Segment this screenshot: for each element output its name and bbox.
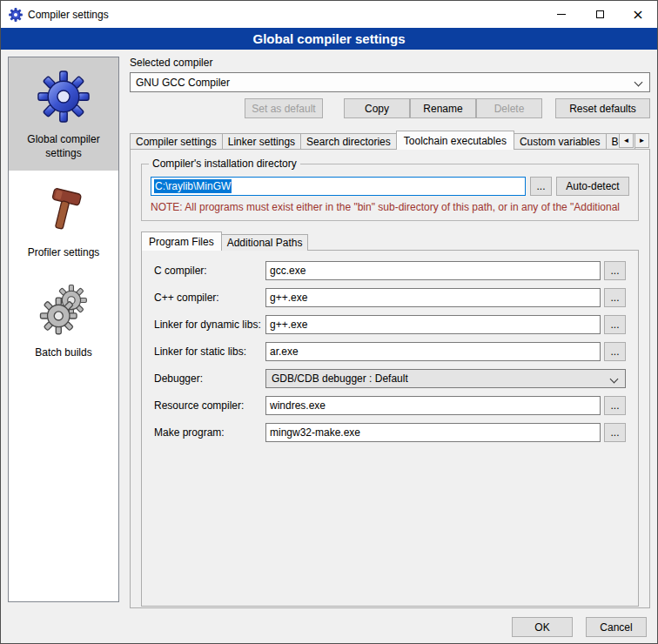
installation-directory-browse-button[interactable]: ... xyxy=(530,177,552,196)
sidebar-item-label: Global compiler settings xyxy=(12,133,115,160)
tab-linker-settings[interactable]: Linker settings xyxy=(222,133,301,150)
static-linker-row: Linker for static libs: ... xyxy=(154,342,626,361)
ok-button[interactable]: OK xyxy=(512,617,573,637)
static-linker-label: Linker for static libs: xyxy=(154,345,265,358)
tab-scroll-left-icon[interactable]: ◄ xyxy=(619,133,634,148)
dialog-footer: OK Cancel xyxy=(512,617,647,637)
dynamic-linker-browse-button[interactable]: ... xyxy=(604,315,626,334)
installation-directory-group-title: Compiler's installation directory xyxy=(149,158,300,170)
sidebar-item-label: Profiler settings xyxy=(28,246,100,260)
close-button[interactable]: × xyxy=(619,1,657,28)
auto-detect-button[interactable]: Auto-detect xyxy=(556,177,629,196)
debugger-row: Debugger: GDB/CDB debugger : Default xyxy=(154,369,626,388)
cpp-compiler-browse-button[interactable]: ... xyxy=(604,288,626,307)
static-linker-input[interactable] xyxy=(265,342,601,361)
subtab-additional-paths[interactable]: Additional Paths xyxy=(221,234,309,251)
installation-directory-group: Compiler's installation directory C:\ray… xyxy=(141,164,639,221)
sidebar-item-label: Batch builds xyxy=(35,346,91,360)
compiler-select-value: GNU GCC Compiler xyxy=(136,77,230,89)
blue-gear-icon xyxy=(36,69,91,124)
resource-compiler-browse-button[interactable]: ... xyxy=(604,396,626,415)
gray-gears-icon xyxy=(36,282,91,338)
toolchain-executables-panel: Compiler's installation directory C:\ray… xyxy=(130,149,650,608)
close-icon: × xyxy=(632,8,643,22)
compiler-settings-dialog: Compiler settings × Global compiler sett… xyxy=(0,0,658,644)
cpp-compiler-row: C++ compiler: ... xyxy=(154,288,626,307)
tab-compiler-settings[interactable]: Compiler settings xyxy=(130,133,223,150)
tab-toolchain-executables[interactable]: Toolchain executables xyxy=(396,131,514,150)
installation-directory-row: C:\raylib\MinGW ... Auto-detect xyxy=(151,177,629,196)
cpp-compiler-label: C++ compiler: xyxy=(154,292,265,304)
dialog-header-title: Global compiler settings xyxy=(252,31,405,46)
bin-subdirectory-note: NOTE: All programs must exist either in … xyxy=(151,201,629,213)
c-compiler-browse-button[interactable]: ... xyxy=(604,261,626,280)
dynamic-linker-label: Linker for dynamic libs: xyxy=(154,319,265,331)
tab-scroll-controls: ◄ ► xyxy=(619,133,649,148)
resource-compiler-row: Resource compiler: ... xyxy=(154,396,626,415)
program-files-panel: C compiler: ... C++ compiler: ... Linker… xyxy=(141,250,639,607)
program-files-tabstrip: Program Files Additional Paths xyxy=(141,232,639,251)
chevron-down-icon xyxy=(634,78,643,87)
minimize-icon xyxy=(557,14,566,15)
cpp-compiler-input[interactable] xyxy=(265,288,601,307)
window-controls: × xyxy=(542,1,657,28)
static-linker-browse-button[interactable]: ... xyxy=(604,342,626,361)
subtab-program-files[interactable]: Program Files xyxy=(141,231,222,251)
maximize-icon xyxy=(596,10,604,18)
debugger-label: Debugger: xyxy=(154,372,265,385)
debugger-select-value: GDB/CDB debugger : Default xyxy=(272,372,408,385)
set-as-default-button[interactable]: Set as default xyxy=(245,98,323,118)
sidebar-item-profiler-settings[interactable]: Profiler settings xyxy=(9,171,118,271)
make-program-label: Make program: xyxy=(154,426,265,439)
settings-category-list: Global compiler settings Profiler settin… xyxy=(8,57,119,602)
dynamic-linker-row: Linker for dynamic libs: ... xyxy=(154,315,626,334)
make-program-input[interactable] xyxy=(265,423,601,442)
tab-custom-variables[interactable]: Custom variables xyxy=(514,133,607,150)
maximize-button[interactable] xyxy=(581,1,619,28)
main-content: Selected compiler GNU GCC Compiler Set a… xyxy=(130,57,650,608)
make-program-row: Make program: ... xyxy=(154,423,626,442)
app-gear-icon xyxy=(9,8,23,22)
compiler-actions: Set as default Copy Rename Delete Reset … xyxy=(130,98,650,118)
reset-defaults-button[interactable]: Reset defaults xyxy=(555,98,650,118)
settings-tabstrip: Compiler settings Linker settings Search… xyxy=(130,131,650,150)
rename-button[interactable]: Rename xyxy=(410,98,476,118)
cancel-button[interactable]: Cancel xyxy=(586,617,647,637)
window-title: Compiler settings xyxy=(28,9,109,21)
resource-compiler-input[interactable] xyxy=(265,396,601,415)
debugger-select[interactable]: GDB/CDB debugger : Default xyxy=(265,369,626,388)
tab-scroll-right-icon[interactable]: ► xyxy=(634,133,649,148)
profiler-hammer-icon xyxy=(36,182,91,238)
selected-compiler-label: Selected compiler xyxy=(130,57,650,69)
delete-button[interactable]: Delete xyxy=(476,98,542,118)
c-compiler-row: C compiler: ... xyxy=(154,261,626,280)
titlebar: Compiler settings × xyxy=(1,1,657,28)
sidebar-item-global-compiler-settings[interactable]: Global compiler settings xyxy=(9,57,118,171)
installation-directory-input[interactable]: C:\raylib\MinGW xyxy=(151,177,526,196)
dialog-header: Global compiler settings xyxy=(1,28,657,50)
minimize-button[interactable] xyxy=(542,1,581,28)
tab-search-directories[interactable]: Search directories xyxy=(300,133,397,150)
sidebar-item-batch-builds[interactable]: Batch builds xyxy=(9,271,118,371)
compiler-select[interactable]: GNU GCC Compiler xyxy=(130,72,650,92)
installation-directory-value: C:\raylib\MinGW xyxy=(154,179,232,193)
chevron-down-icon xyxy=(610,375,619,384)
copy-button[interactable]: Copy xyxy=(344,98,410,118)
dynamic-linker-input[interactable] xyxy=(265,315,601,334)
make-program-browse-button[interactable]: ... xyxy=(604,423,626,442)
c-compiler-label: C compiler: xyxy=(154,265,265,277)
resource-compiler-label: Resource compiler: xyxy=(154,399,265,412)
c-compiler-input[interactable] xyxy=(265,261,601,280)
